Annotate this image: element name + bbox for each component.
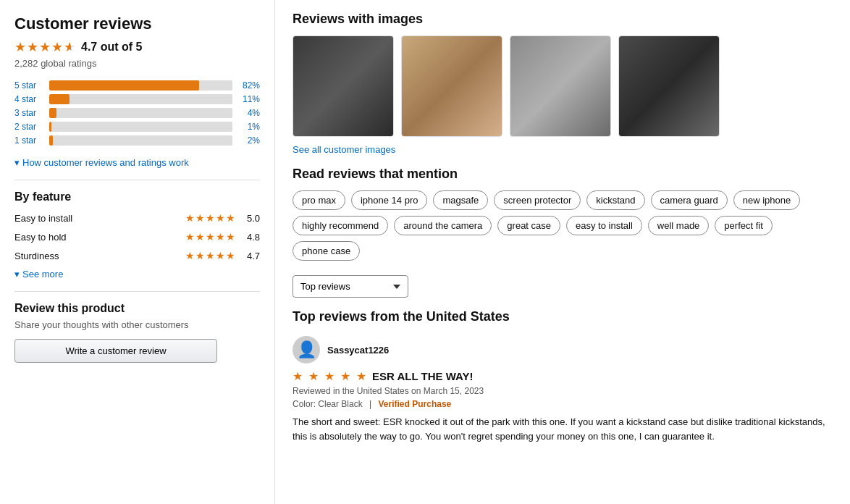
rating-bar-row-2[interactable]: 4 star 11%: [14, 94, 260, 104]
reviewer-avatar: 👤: [293, 336, 320, 364]
rev-star-5: ★: [356, 369, 366, 383]
tag-iphone-14-pro[interactable]: iphone 14 pro: [351, 190, 428, 210]
reviewer-name[interactable]: Sassycat1226: [327, 345, 389, 356]
rating-bar-row-3[interactable]: 3 star 4%: [14, 108, 260, 118]
tag-camera-guard[interactable]: camera guard: [651, 190, 728, 210]
bar-fill-3: [49, 108, 56, 118]
reviewer-row: 👤 Sassycat1226: [293, 336, 833, 364]
rev-star-4: ★: [340, 369, 350, 383]
feature-stars-2: ★★★★★: [185, 231, 235, 243]
feature-star-3-1: ★: [185, 250, 195, 261]
feature-star-3-3: ★: [206, 250, 215, 261]
tag-perfect-fit[interactable]: perfect fit: [715, 216, 772, 235]
global-ratings: 2,282 global ratings: [14, 58, 260, 69]
bar-label-1[interactable]: 5 star: [14, 80, 43, 91]
rating-bar-row-4[interactable]: 2 star 1%: [14, 122, 260, 132]
bar-pct-5: 2%: [238, 135, 260, 146]
read-reviews-title: Read reviews that mention: [293, 167, 833, 182]
tag-pro-max[interactable]: pro max: [293, 190, 345, 210]
review-image-1[interactable]: [293, 35, 394, 137]
star-3: ★: [39, 39, 51, 55]
tag-easy-to-install[interactable]: easy to install: [566, 216, 642, 235]
review-image-2[interactable]: [401, 35, 502, 137]
tag-kickstand[interactable]: kickstand: [586, 190, 644, 210]
review-images-row: [293, 35, 833, 137]
bar-bg-1: [49, 80, 232, 91]
share-thoughts: Share your thoughts with other customers: [14, 319, 260, 330]
verified-purchase-badge: Verified Purchase: [379, 399, 452, 409]
feature-star-1-3: ★: [206, 212, 215, 224]
rating-bar-row-5[interactable]: 1 star 2%: [14, 135, 260, 146]
review-headline: ESR ALL THE WAY!: [372, 370, 473, 382]
bar-fill-1: [49, 80, 199, 91]
divider-1: [14, 180, 260, 180]
tag-phone-case[interactable]: phone case: [293, 241, 360, 261]
feature-star-1-4: ★: [216, 212, 225, 224]
rating-value: 4.7 out of 5: [81, 41, 142, 54]
tag-well-made[interactable]: well made: [648, 216, 710, 235]
star-1: ★: [14, 39, 26, 55]
feature-name-1: Easy to install: [14, 213, 185, 224]
review-product-title: Review this product: [14, 302, 260, 315]
left-panel: Customer reviews ★ ★ ★ ★ ★ ★ 4.7 out of …: [0, 0, 275, 504]
see-all-images-link[interactable]: See all customer images: [293, 144, 833, 155]
tag-magsafe[interactable]: magsafe: [433, 190, 488, 210]
feature-row-1: Easy to install ★★★★★ 5.0: [14, 212, 260, 224]
bar-pct-1: 82%: [238, 80, 260, 91]
features-list: Easy to install ★★★★★ 5.0 Easy to hold ★…: [14, 212, 260, 261]
bar-label-2[interactable]: 4 star: [14, 94, 43, 104]
feature-name-3: Sturdiness: [14, 251, 185, 261]
feature-star-3-2: ★: [195, 250, 205, 261]
feature-score-1: 5.0: [240, 213, 260, 224]
bar-bg-2: [49, 94, 232, 104]
top-reviews-title: Top reviews from the United States: [293, 309, 833, 324]
write-review-button[interactable]: Write a customer review: [14, 339, 217, 363]
feature-score-2: 4.8: [240, 232, 260, 243]
tag-screen-protector[interactable]: screen protector: [494, 190, 581, 210]
bar-label-4[interactable]: 2 star: [14, 122, 43, 132]
feature-name-2: Easy to hold: [14, 232, 185, 243]
review-body: The short and sweet: ESR knocked it out …: [293, 415, 833, 443]
right-panel: Reviews with images See all customer ima…: [275, 0, 850, 504]
bar-bg-5: [49, 135, 232, 146]
bar-pct-2: 11%: [238, 94, 260, 104]
bar-fill-4: [49, 122, 51, 132]
bar-label-5[interactable]: 1 star: [14, 135, 43, 146]
bar-pct-3: 4%: [238, 108, 260, 118]
feature-star-1-5: ★: [226, 212, 235, 224]
tag-great-case[interactable]: great case: [497, 216, 560, 235]
see-more-link[interactable]: ▾ See more: [14, 269, 260, 280]
star-4: ★: [51, 39, 63, 55]
sort-dropdown-container: Top reviews Most recent: [293, 275, 833, 298]
tag-new-iphone[interactable]: new iphone: [733, 190, 801, 210]
overall-rating: ★ ★ ★ ★ ★ ★ 4.7 out of 5: [14, 39, 260, 55]
page-title: Customer reviews: [14, 14, 260, 33]
tag-highly-recommend[interactable]: highly recommend: [293, 216, 388, 235]
feature-star-2-3: ★: [206, 231, 215, 243]
feature-stars-1: ★★★★★: [185, 212, 235, 224]
feature-stars-3: ★★★★★: [185, 250, 235, 261]
feature-star-2-1: ★: [185, 231, 195, 243]
feature-row-3: Sturdiness ★★★★★ 4.7: [14, 250, 260, 261]
review-image-4[interactable]: [618, 35, 720, 137]
review-item: 👤 Sassycat1226 ★ ★ ★ ★ ★ ESR ALL THE WAY…: [293, 336, 833, 443]
review-image-3[interactable]: [510, 35, 611, 137]
review-color-verified: Color: Clear Black | Verified Purchase: [293, 399, 833, 409]
feature-star-2-4: ★: [216, 231, 225, 243]
divider-2: [14, 291, 260, 292]
feature-row-2: Easy to hold ★★★★★ 4.8: [14, 231, 260, 243]
rating-bar-row-1[interactable]: 5 star 82%: [14, 80, 260, 91]
bar-fill-2: [49, 94, 70, 104]
bar-label-3[interactable]: 3 star: [14, 108, 43, 118]
how-ratings-work-link[interactable]: ▾ How customer reviews and ratings work: [14, 157, 260, 168]
rating-bars: 5 star 82% 4 star 11% 3 star 4% 2 star 1…: [14, 80, 260, 146]
avatar-icon: 👤: [297, 340, 316, 359]
feature-star-3-5: ★: [226, 250, 235, 261]
bar-bg-4: [49, 122, 232, 132]
rev-star-3: ★: [324, 369, 334, 383]
star-2: ★: [27, 39, 38, 55]
reviews-with-images-title: Reviews with images: [293, 12, 833, 27]
review-stars-row: ★ ★ ★ ★ ★ ESR ALL THE WAY!: [293, 369, 833, 383]
sort-dropdown[interactable]: Top reviews Most recent: [293, 275, 408, 298]
tag-around-the-camera[interactable]: around the camera: [394, 216, 492, 235]
